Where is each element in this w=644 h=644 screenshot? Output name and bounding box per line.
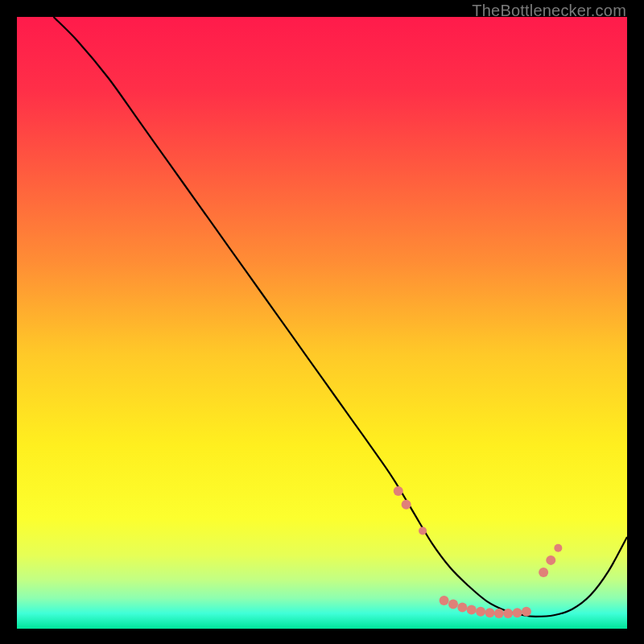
curve-marker [554, 544, 562, 552]
curve-marker [394, 486, 403, 496]
watermark-label: TheBottlenecker.com [472, 2, 626, 20]
curve-marker [402, 500, 411, 510]
curve-marker [440, 596, 449, 605]
curve-marker [494, 609, 504, 618]
curve-marker [522, 607, 531, 617]
curve-marker [503, 609, 513, 618]
curve-marker [485, 608, 494, 617]
curve-marker [419, 526, 427, 535]
curve-layer [17, 17, 627, 629]
curve-marker [513, 608, 522, 617]
curve-marker [467, 605, 477, 614]
curve-marker [539, 568, 548, 577]
marker-group [394, 486, 563, 618]
plot-area [17, 17, 627, 629]
chart-frame: TheBottlenecker.com [0, 0, 644, 644]
curve-marker [457, 602, 467, 612]
curve-marker [476, 607, 485, 617]
bottleneck-curve [53, 17, 627, 617]
curve-marker [448, 600, 458, 609]
curve-marker [546, 555, 555, 565]
